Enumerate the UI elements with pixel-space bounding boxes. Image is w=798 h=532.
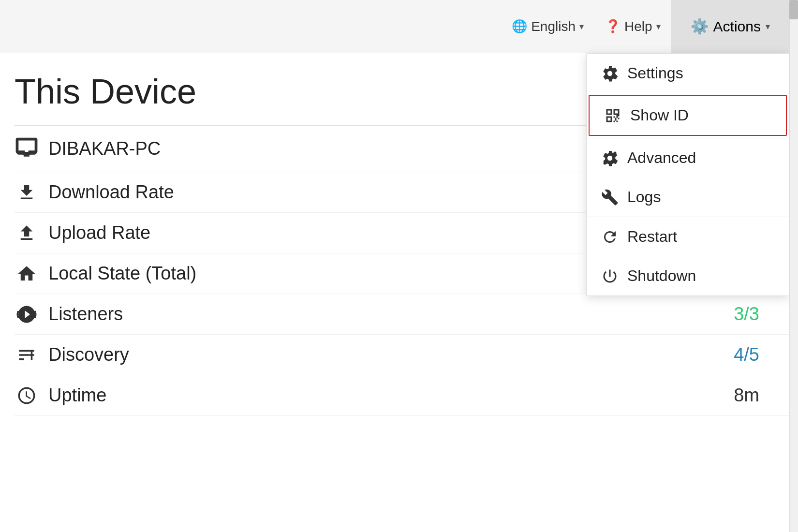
dropdown-section-3: Restart Shutdown — [587, 217, 789, 296]
restart-icon — [601, 228, 619, 246]
uptime-label: Uptime — [48, 385, 724, 406]
actions-label: Actions — [713, 18, 761, 35]
header: 🌐 English ▾ ❓ Help ▾ ⚙️ Actions ▾ — [0, 0, 798, 53]
help-icon: ❓ — [605, 19, 621, 34]
actions-dropdown: Settings Show ID Advanced — [586, 53, 789, 296]
shutdown-menu-item[interactable]: Shutdown — [587, 256, 789, 296]
qr-icon — [604, 107, 621, 124]
svg-point-1 — [604, 162, 606, 164]
uptime-row: Uptime 8m — [15, 375, 798, 416]
wrench-icon — [601, 189, 619, 206]
logs-menu-item[interactable]: Logs — [587, 177, 789, 217]
shutdown-label: Shutdown — [627, 267, 696, 285]
uptime-icon — [15, 385, 39, 406]
show-id-label: Show ID — [630, 106, 689, 124]
dropdown-section-2: Advanced Logs — [587, 138, 789, 217]
advanced-icon — [601, 149, 619, 167]
listeners-label: Listeners — [48, 304, 724, 325]
advanced-menu-item[interactable]: Advanced — [587, 138, 789, 177]
advanced-label: Advanced — [627, 149, 696, 167]
actions-gear-icon: ⚙️ — [691, 18, 709, 35]
help-chevron-icon: ▾ — [656, 21, 661, 32]
actions-chevron-icon: ▾ — [766, 21, 770, 32]
english-chevron-icon: ▾ — [579, 21, 584, 32]
device-icon — [15, 134, 39, 163]
restart-label: Restart — [627, 228, 677, 246]
english-label: English — [531, 19, 576, 34]
actions-button[interactable]: ⚙️ Actions ▾ — [671, 0, 789, 53]
listeners-value: 3/3 — [734, 304, 759, 325]
restart-menu-item[interactable]: Restart — [587, 217, 789, 256]
listeners-row: Listeners 3/3 — [15, 294, 798, 335]
upload-icon — [15, 223, 39, 243]
svg-rect-2 — [16, 139, 37, 153]
local-state-icon — [15, 264, 39, 284]
settings-label: Settings — [627, 64, 683, 82]
help-label: Help — [624, 19, 652, 34]
scrollbar-thumb[interactable] — [789, 0, 798, 19]
dropdown-section-1: Settings Show ID — [587, 54, 789, 138]
help-button[interactable]: ❓ Help ▾ — [594, 14, 671, 39]
scrollbar-track[interactable] — [789, 0, 798, 532]
uptime-value: 8m — [734, 385, 759, 406]
settings-gear-icon — [601, 65, 619, 82]
logs-label: Logs — [627, 188, 661, 206]
svg-point-0 — [614, 151, 617, 154]
settings-menu-item[interactable]: Settings — [587, 54, 789, 93]
device-name: DIBAKAR-PC — [48, 138, 161, 159]
discovery-value: 4/5 — [734, 344, 759, 365]
discovery-label: Discovery — [48, 344, 724, 365]
globe-icon: 🌐 — [512, 19, 527, 34]
discovery-icon — [15, 345, 39, 365]
listeners-icon — [15, 304, 39, 325]
show-id-menu-item[interactable]: Show ID — [589, 95, 787, 136]
english-button[interactable]: 🌐 English ▾ — [501, 14, 594, 39]
discovery-row: Discovery 4/5 — [15, 335, 798, 375]
power-icon — [601, 267, 619, 285]
download-icon — [15, 182, 39, 203]
